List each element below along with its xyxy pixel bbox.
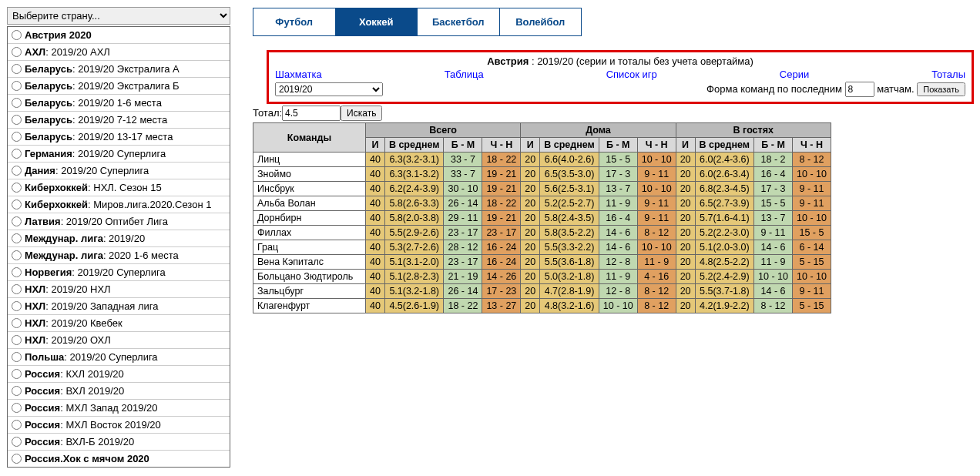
table-row: Зальцбург405.1(3.2-1.8)26 - 1417 - 23204… — [253, 284, 831, 299]
form-text: Форма команд по последним матчам. Показа… — [706, 82, 965, 97]
sidebar-radio[interactable] — [12, 454, 22, 464]
sidebar-item[interactable]: Польша : 2019/20 Суперлига — [8, 348, 230, 365]
sidebar-item[interactable]: НХЛ : 2019/20 НХЛ — [8, 280, 230, 297]
table-row: Зноймо406.3(3.1-3.2)33 - 719 - 21206.5(3… — [253, 167, 831, 182]
sidebar-radio[interactable] — [12, 403, 22, 413]
table-row: Вена Кэпиталс405.1(3.1-2.0)23 - 1716 - 2… — [253, 255, 831, 270]
link-list[interactable]: Список игр — [606, 69, 657, 80]
col-group: Дома — [521, 123, 676, 138]
table-row: Инсбрук406.2(2.4-3.9)30 - 1019 - 21205.6… — [253, 182, 831, 196]
sidebar-item[interactable]: АХЛ : 2019/20 АХЛ — [8, 43, 230, 60]
tab-football[interactable]: Футбол — [253, 8, 335, 35]
sidebar-radio[interactable] — [12, 250, 22, 260]
sidebar-radio[interactable] — [12, 233, 22, 243]
table-row: Грац405.3(2.7-2.6)28 - 1216 - 24205.5(3.… — [253, 240, 831, 255]
sidebar-item[interactable]: НХЛ : 2019/20 ОХЛ — [8, 331, 230, 348]
sidebar-item[interactable]: Беларусь : 2019/20 Экстралига А — [8, 60, 230, 77]
sidebar-item[interactable]: Россия : МХЛ Запад 2019/20 — [8, 399, 230, 416]
season-select[interactable]: 2019/20 — [275, 82, 383, 96]
table-row: Больцано Зюдтироль405.1(2.8-2.3)21 - 191… — [253, 270, 831, 284]
total-label: Тотал: — [253, 107, 282, 119]
col-group: Всего — [366, 123, 521, 138]
sidebar-item[interactable]: Беларусь : 2019/20 1-6 места — [8, 94, 230, 111]
sidebar-item[interactable]: Беларусь : 2019/20 7-12 места — [8, 111, 230, 128]
sidebar-radio[interactable] — [12, 437, 22, 447]
sidebar-item[interactable]: Россия : ВХЛ-Б 2019/20 — [8, 433, 230, 450]
table-row: Дорнбирн405.8(2.0-3.8)29 - 1119 - 21205.… — [253, 211, 831, 226]
sidebar-radio[interactable] — [12, 267, 22, 277]
sidebar-item[interactable]: НХЛ : 2019/20 Западная лига — [8, 297, 230, 314]
table-row: Альба Волан405.8(2.6-3.3)26 - 1418 - 222… — [253, 196, 831, 211]
sidebar-item[interactable]: Междунар. лига : 2019/20 — [8, 230, 230, 246]
sidebar-radio[interactable] — [12, 166, 22, 176]
sidebar-radio[interactable] — [12, 284, 22, 294]
table-row: Линц406.3(3.2-3.1)33 - 718 - 22206.6(4.0… — [253, 153, 831, 167]
sidebar-radio[interactable] — [12, 386, 22, 396]
sidebar-radio[interactable] — [12, 98, 22, 108]
sidebar-radio[interactable] — [12, 47, 22, 57]
total-input[interactable] — [282, 106, 341, 121]
sidebar-radio[interactable] — [12, 149, 22, 159]
sidebar-radio[interactable] — [12, 115, 22, 125]
link-series[interactable]: Серии — [780, 69, 809, 80]
sidebar-item[interactable]: Россия : МХЛ Восток 2019/20 — [8, 416, 230, 433]
sidebar-item[interactable]: Киберхоккей : НХЛ. Сезон 15 — [8, 179, 230, 196]
sidebar-radio[interactable] — [12, 132, 22, 142]
sidebar-radio[interactable] — [12, 81, 22, 91]
sidebar-radio[interactable] — [12, 64, 22, 74]
sidebar-radio[interactable] — [12, 352, 22, 362]
show-button[interactable]: Показать — [917, 82, 965, 96]
sidebar-radio[interactable] — [12, 318, 22, 328]
sidebar-item[interactable]: Беларусь : 2019/20 Экстралига Б — [8, 77, 230, 94]
sidebar-item[interactable]: Латвия : 2019/20 Оптибет Лига — [8, 213, 230, 230]
link-shakhmatka[interactable]: Шахматка — [275, 69, 322, 80]
tab-hockey[interactable]: Хоккей — [335, 8, 418, 35]
sidebar-radio[interactable] — [12, 30, 22, 40]
tab-basketball[interactable]: Баскетбол — [417, 8, 499, 35]
sidebar-radio[interactable] — [12, 335, 22, 345]
sidebar-item[interactable]: Беларусь : 2019/20 13-17 места — [8, 128, 230, 145]
link-table[interactable]: Таблица — [445, 69, 484, 80]
sidebar-item[interactable]: Междунар. лига : 2020 1-6 места — [8, 246, 230, 263]
table-row: Клагенфурт404.5(2.6-1.9)18 - 2213 - 2720… — [253, 299, 831, 313]
col-group: В гостях — [676, 123, 831, 138]
table-row: Филлах405.5(2.9-2.6)23 - 1723 - 17205.8(… — [253, 226, 831, 240]
link-totals[interactable]: Тоталы — [931, 69, 965, 80]
sidebar-radio[interactable] — [12, 199, 22, 210]
sidebar-radio[interactable] — [12, 301, 22, 311]
sidebar-item[interactable]: Дания : 2019/20 Суперлига — [8, 162, 230, 179]
sidebar-radio[interactable] — [12, 420, 22, 430]
last-matches-input[interactable] — [845, 82, 874, 97]
sidebar-item[interactable]: Россия.Хок с мячом 2020 — [8, 450, 230, 467]
search-button[interactable]: Искать — [341, 106, 382, 121]
country-select[interactable]: Выберите страну... — [7, 7, 230, 25]
sidebar-item[interactable]: Норвегия : 2019/20 Суперлига — [8, 263, 230, 280]
sidebar-radio[interactable] — [12, 369, 22, 379]
title-line: Австрия : 2019/20 (серии и тоталы без уч… — [275, 55, 965, 67]
view-links: Шахматка Таблица Список игр Серии Тоталы — [275, 69, 965, 80]
sidebar-item[interactable]: Россия : ВХЛ 2019/20 — [8, 382, 230, 399]
col-teams: Команды — [253, 123, 366, 153]
sidebar-item[interactable]: Австрия 2020 — [8, 27, 230, 43]
sidebar-radio[interactable] — [12, 216, 22, 226]
tab-volleyball[interactable]: Волейбол — [499, 8, 582, 35]
sidebar-item[interactable]: Россия : КХЛ 2019/20 — [8, 365, 230, 382]
sidebar-item[interactable]: Германия : 2019/20 Суперлига — [8, 145, 230, 162]
sidebar-item[interactable]: НХЛ : 2019/20 Квебек — [8, 314, 230, 331]
sidebar-item[interactable]: Киберхоккей : Миров.лига.2020.Сезон 1 — [8, 196, 230, 213]
sidebar-radio[interactable] — [12, 183, 22, 193]
